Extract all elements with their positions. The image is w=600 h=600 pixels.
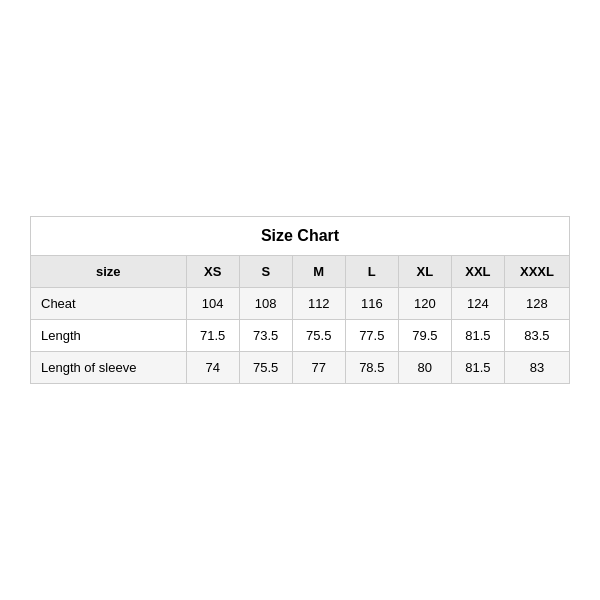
cell-value: 104	[186, 288, 239, 320]
table-row: Length of sleeve7475.57778.58081.583	[31, 352, 570, 384]
cell-value: 116	[345, 288, 398, 320]
col-header-xl: XL	[398, 256, 451, 288]
table-body: Cheat104108112116120124128Length71.573.5…	[31, 288, 570, 384]
cell-value: 74	[186, 352, 239, 384]
cell-value: 120	[398, 288, 451, 320]
row-label: Length of sleeve	[31, 352, 187, 384]
cell-value: 77.5	[345, 320, 398, 352]
chart-title: Size Chart	[31, 217, 570, 256]
cell-value: 124	[451, 288, 504, 320]
cell-value: 83.5	[504, 320, 569, 352]
cell-value: 112	[292, 288, 345, 320]
col-header-l: L	[345, 256, 398, 288]
col-header-xxl: XXL	[451, 256, 504, 288]
cell-value: 79.5	[398, 320, 451, 352]
table-row: Length71.573.575.577.579.581.583.5	[31, 320, 570, 352]
col-header-s: S	[239, 256, 292, 288]
row-label: Length	[31, 320, 187, 352]
cell-value: 81.5	[451, 320, 504, 352]
cell-value: 81.5	[451, 352, 504, 384]
size-chart-table: Size Chart size XS S M L XL XXL XXXL Che…	[30, 216, 570, 384]
header-row: size XS S M L XL XXL XXXL	[31, 256, 570, 288]
col-header-xxxl: XXXL	[504, 256, 569, 288]
cell-value: 73.5	[239, 320, 292, 352]
cell-value: 80	[398, 352, 451, 384]
table-row: Cheat104108112116120124128	[31, 288, 570, 320]
cell-value: 83	[504, 352, 569, 384]
size-chart-container: Size Chart size XS S M L XL XXL XXXL Che…	[30, 216, 570, 384]
title-row: Size Chart	[31, 217, 570, 256]
cell-value: 108	[239, 288, 292, 320]
cell-value: 78.5	[345, 352, 398, 384]
col-header-m: M	[292, 256, 345, 288]
col-header-xs: XS	[186, 256, 239, 288]
cell-value: 75.5	[239, 352, 292, 384]
cell-value: 128	[504, 288, 569, 320]
cell-value: 71.5	[186, 320, 239, 352]
col-header-size: size	[31, 256, 187, 288]
cell-value: 75.5	[292, 320, 345, 352]
cell-value: 77	[292, 352, 345, 384]
row-label: Cheat	[31, 288, 187, 320]
